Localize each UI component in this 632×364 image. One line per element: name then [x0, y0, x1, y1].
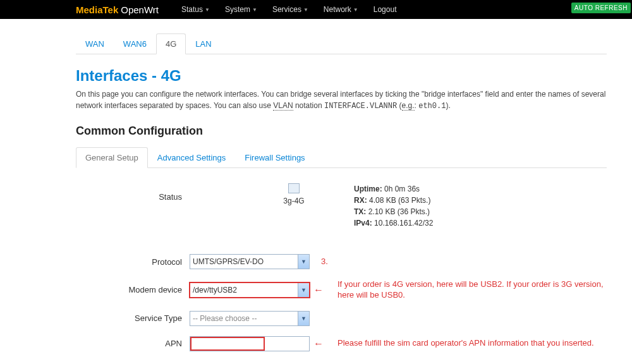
tab-firewall-settings[interactable]: Firewall Settings [235, 147, 314, 168]
protocol-select[interactable]: UMTS/GPRS/EV-DO [190, 254, 310, 269]
interface-icon [288, 183, 300, 193]
annotation-step: 3. [321, 257, 328, 267]
page-title: Interfaces - 4G [76, 67, 607, 85]
page-desc: On this page you can configure the netwo… [76, 88, 607, 112]
tab-general-setup[interactable]: General Setup [76, 147, 148, 168]
section-heading: Common Configuration [76, 124, 607, 138]
top-navbar: MediaTek OpenWrt Status▼ System▼ Service… [0, 0, 632, 19]
service-type-label: Service Type [76, 313, 190, 323]
protocol-label: Protocol [76, 257, 190, 267]
nav-services[interactable]: Services▼ [265, 5, 316, 14]
apn-label: APN [76, 339, 190, 348]
tab-advanced-settings[interactable]: Advanced Settings [148, 147, 235, 168]
status-values: Uptime: 0h 0m 36s RX: 4.08 KB (63 Pkts.)… [354, 183, 433, 229]
arrow-left-icon: ← [313, 284, 324, 296]
status-label: Status [76, 183, 190, 202]
tab-lan[interactable]: LAN [186, 33, 221, 54]
nav-system[interactable]: System▼ [217, 5, 265, 14]
brand-prefix: MediaTek [76, 4, 118, 15]
service-type-select[interactable]: -- Please choose -- [190, 311, 310, 326]
tab-wan6[interactable]: WAN6 [114, 33, 156, 54]
nav-logout[interactable]: Logout [366, 5, 404, 14]
config-tabs: General Setup Advanced Settings Firewall… [76, 147, 607, 168]
nav-network[interactable]: Network▼ [316, 5, 366, 14]
annotation-modem: If your order is 4G version, here will b… [337, 279, 607, 301]
interface-tabs: WAN WAN6 4G LAN [76, 33, 607, 54]
annotation-highlight-box [190, 337, 265, 351]
nav-status[interactable]: Status▼ [174, 5, 217, 14]
annotation-apn: Please fulfill the sim card operator's A… [337, 338, 594, 349]
brand-suffix: OpenWrt [121, 4, 159, 15]
modem-device-select[interactable]: /dev/ttyUSB2 [190, 282, 310, 298]
interface-name: 3g-4G [272, 197, 316, 205]
tab-4g[interactable]: 4G [156, 33, 186, 54]
interface-badge: 3g-4G [272, 183, 316, 205]
modem-label: Modem device [76, 285, 190, 294]
tab-wan[interactable]: WAN [76, 33, 114, 54]
arrow-left-icon: ← [313, 338, 324, 349]
auto-refresh-button[interactable]: AUTO REFRESH [571, 3, 631, 13]
